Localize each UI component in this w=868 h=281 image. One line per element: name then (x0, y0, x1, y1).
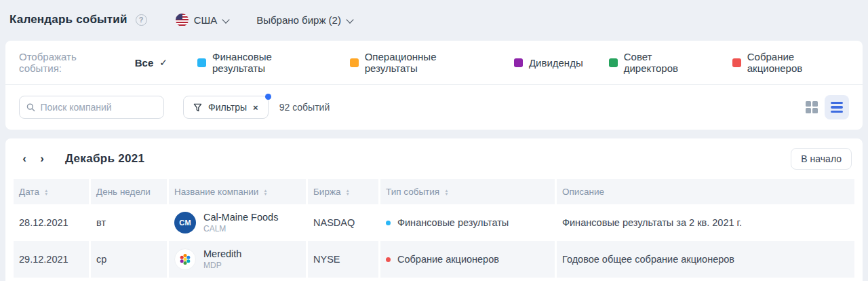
legend-swatch (514, 58, 523, 67)
column-header-weekday: День недели (91, 179, 167, 204)
exchanges-selector[interactable]: Выбрано бирж (2) (256, 14, 353, 26)
grid-view-icon[interactable] (806, 101, 818, 113)
event-type-filters-row: Отображать события: Все ✓ Финансовые рез… (5, 41, 863, 84)
legend-item-dividends[interactable]: Дивиденды (514, 57, 583, 69)
meredith-dots-logo-icon (178, 252, 192, 266)
description-cell: Финансовые результаты за 2 кв. 2021 г. (557, 204, 854, 241)
company-search[interactable] (19, 96, 164, 119)
exchange-cell: NYSE (308, 241, 378, 278)
column-header-exchange[interactable]: Биржа ▲▼ (308, 179, 378, 204)
legend-item-operational-results[interactable]: Операционные результаты (350, 51, 488, 74)
description-cell: Годовое общее собрание акционеров (557, 241, 854, 278)
weekday-cell: вт (91, 204, 167, 241)
legend-item-financial-results[interactable]: Финансовые результаты (197, 51, 324, 74)
table-row[interactable]: 29.12.2021 ср (14, 241, 854, 278)
usa-flag-icon (176, 14, 189, 26)
event-type-cell: Финансовые результаты (380, 204, 555, 241)
search-icon (26, 102, 35, 112)
page-title: Календарь событий (9, 13, 127, 26)
calendar-header: ‹ › Декабрь 2021 В начало (5, 138, 863, 179)
view-toggles (806, 95, 849, 119)
country-selector[interactable]: США (176, 14, 230, 26)
table-header-row: Дата ▲▼ День недели Название компании ▲▼… (14, 179, 854, 204)
legend-swatch (732, 58, 741, 67)
sort-icon[interactable]: ▲▼ (444, 189, 448, 195)
filters-button[interactable]: Фильтры × (183, 96, 269, 119)
date-cell: 28.12.2021 (14, 204, 89, 241)
events-table: Дата ▲▼ День недели Название компании ▲▼… (14, 179, 854, 278)
legend-swatch (350, 58, 359, 67)
next-month-button[interactable]: › (37, 152, 47, 166)
search-input[interactable] (41, 102, 157, 113)
filter-all[interactable]: Все ✓ (135, 57, 167, 69)
sort-icon[interactable]: ▲▼ (345, 189, 349, 195)
weekday-cell: ср (91, 241, 167, 278)
chevron-down-icon (347, 16, 353, 23)
column-header-company[interactable]: Название компании ▲▼ (169, 179, 306, 204)
filters-button-label: Фильтры (208, 102, 247, 113)
help-icon[interactable]: ? (136, 14, 147, 26)
calendar-card: ‹ › Декабрь 2021 В начало Дата ▲▼ День н… (5, 138, 863, 281)
filter-notification-dot (265, 94, 271, 100)
toolbar-row: Фильтры × 92 событий (5, 85, 863, 130)
company-name: Meredith (203, 248, 241, 259)
company-cell: Meredith MDP (169, 241, 306, 278)
company-ticker: MDP (203, 261, 241, 270)
top-header: Календарь событий ? США Выбрано бирж (2) (5, 0, 863, 39)
legend-item-shareholders-meeting[interactable]: Собрание акционеров (732, 51, 849, 74)
table-row[interactable]: 28.12.2021 вт CM Cal-Maine Foods CALM NA… (14, 204, 854, 241)
event-type-dot (386, 221, 391, 225)
to-start-button[interactable]: В начало (791, 148, 852, 170)
column-header-event-type[interactable]: Тип события ▲▼ (380, 179, 555, 204)
funnel-icon (193, 103, 202, 112)
display-events-label: Отображать события: (19, 51, 120, 74)
exchange-cell: NASDAQ (308, 204, 378, 241)
company-logo: CM (174, 212, 196, 233)
company-ticker: CALM (203, 224, 278, 233)
event-type-cell: Собрание акционеров (380, 241, 555, 278)
date-cell: 29.12.2021 (14, 241, 89, 278)
company-logo (174, 248, 196, 270)
month-title: Декабрь 2021 (65, 152, 144, 166)
column-header-description: Описание (557, 179, 854, 204)
event-type-dot (386, 257, 391, 262)
check-icon: ✓ (159, 57, 167, 68)
list-view-icon[interactable] (825, 95, 849, 119)
exchanges-label: Выбрано бирж (2) (256, 14, 341, 26)
legend-swatch (609, 58, 618, 67)
legend-item-board-of-directors[interactable]: Совет директоров (609, 51, 707, 74)
sort-icon[interactable]: ▲▼ (263, 189, 267, 195)
prev-month-button[interactable]: ‹ (19, 152, 30, 166)
close-icon[interactable]: × (253, 102, 258, 113)
company-cell: CM Cal-Maine Foods CALM (169, 204, 306, 241)
page: Календарь событий ? США Выбрано бирж (2)… (0, 0, 868, 281)
events-count: 92 событий (279, 102, 330, 113)
event-type-legend: Финансовые результаты Операционные резул… (197, 51, 849, 74)
company-name: Cal-Maine Foods (203, 212, 278, 223)
sort-icon[interactable]: ▲▼ (44, 189, 48, 195)
country-label: США (194, 14, 218, 26)
filters-card: Отображать события: Все ✓ Финансовые рез… (5, 41, 863, 130)
column-header-date[interactable]: Дата ▲▼ (14, 179, 89, 204)
chevron-down-icon (222, 16, 229, 23)
legend-swatch (197, 58, 206, 67)
